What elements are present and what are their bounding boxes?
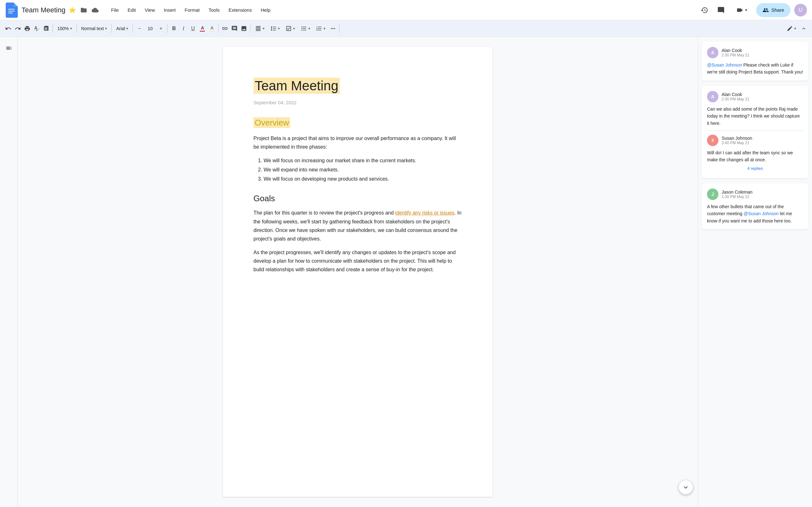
- comment-header-2: A Alan Cook 2:30 PM May 21: [707, 91, 803, 102]
- svg-rect-2: [8, 13, 13, 13]
- goals-heading: Goals: [253, 193, 462, 204]
- list-item: We will expand into new markets.: [264, 165, 462, 175]
- menu-extensions[interactable]: Extensions: [225, 5, 256, 14]
- comments-panel: A Alan Cook 2:30 PM May 21 @Susan Johnso…: [698, 37, 812, 507]
- menu-help[interactable]: Help: [257, 5, 274, 14]
- user-avatar[interactable]: U: [794, 4, 807, 16]
- list-item: We will focus on increasing our market s…: [264, 156, 462, 165]
- undo-button[interactable]: [4, 23, 13, 34]
- menu-insert[interactable]: Insert: [160, 5, 180, 14]
- goals-body-1: The plan for this quarter is to review t…: [253, 209, 462, 243]
- comment-card-1: A Alan Cook 2:30 PM May 21 @Susan Johnso…: [702, 42, 808, 81]
- history-button[interactable]: [698, 4, 711, 16]
- goals-text-before: The plan for this quarter is to review t…: [253, 210, 395, 216]
- redo-button[interactable]: [13, 23, 22, 34]
- divider-4: [133, 24, 133, 33]
- mention-3: @Susan Johnson: [744, 211, 779, 216]
- collapse-toolbar-button[interactable]: [799, 23, 808, 34]
- comment-author-1: Alan Cook: [722, 48, 749, 53]
- folder-icon[interactable]: [79, 6, 88, 14]
- reply-section: S Susan Johnson 3:40 PM May 21 Will do! …: [707, 135, 803, 164]
- mention-1: @Susan Johnson: [707, 62, 742, 67]
- comment-author-3: Jason Coleman: [722, 189, 752, 194]
- highlight-color-button[interactable]: A: [207, 23, 216, 34]
- link-button[interactable]: [220, 23, 229, 34]
- document-page: Team Meeting September 04, 2022 Overview…: [223, 47, 493, 497]
- comment-header-3: J Jason Coleman 1:30 PM May 22: [707, 188, 803, 200]
- reply-text: Will do! I can add after the team sync s…: [707, 149, 803, 164]
- line-spacing-dropdown[interactable]: ▾: [268, 23, 282, 34]
- numbered-list-dropdown[interactable]: ▾: [313, 23, 328, 34]
- comment-card-2: A Alan Cook 2:30 PM May 21 Can we also a…: [702, 86, 808, 178]
- menu-edit[interactable]: Edit: [124, 5, 140, 14]
- text-color-button[interactable]: A: [198, 23, 207, 34]
- edit-mode-dropdown[interactable]: ▾: [784, 23, 799, 34]
- document-area: Team Meeting September 04, 2022 Overview…: [18, 37, 698, 507]
- zoom-dropdown[interactable]: 100% ▾: [55, 23, 74, 34]
- document-title-text: Team Meeting: [253, 78, 340, 94]
- list-item: We will focus on developing new products…: [264, 175, 462, 184]
- reply-avatar: S: [707, 135, 718, 146]
- overview-heading: Overview: [253, 117, 290, 128]
- replies-divider: [707, 130, 803, 131]
- comment-text-1: @Susan Johnson Please check with Luke if…: [707, 61, 803, 76]
- font-dropdown[interactable]: Arial ▾: [113, 23, 131, 34]
- share-label: Share: [771, 7, 784, 13]
- outline-toggle-button[interactable]: [3, 42, 15, 55]
- scroll-down-button[interactable]: [679, 481, 693, 494]
- comment-time-2: 2:30 PM May 21: [722, 97, 749, 101]
- style-dropdown[interactable]: Normal text ▾: [79, 23, 110, 34]
- reply-time: 3:40 PM May 21: [722, 141, 752, 145]
- paint-format-button[interactable]: [42, 23, 51, 34]
- goals-body-2: As the project progresses, we'll identif…: [253, 248, 462, 274]
- font-size-increase-button[interactable]: +: [156, 23, 165, 34]
- more-options-button[interactable]: [328, 23, 338, 34]
- comment-card-3: J Jason Coleman 1:30 PM May 22 A few oth…: [702, 183, 808, 229]
- checklist-dropdown[interactable]: ▾: [283, 23, 298, 34]
- divider-3: [111, 24, 112, 33]
- sidebar-toggle: [0, 37, 18, 507]
- title-icons: ⭐: [68, 6, 100, 14]
- comment-avatar-1: A: [707, 47, 718, 58]
- overview-list: We will focus on increasing our market s…: [264, 156, 462, 183]
- bold-button[interactable]: B: [169, 23, 178, 34]
- bullet-list-dropdown[interactable]: ▾: [298, 23, 313, 34]
- overview-body: Project Beta is a project that aims to i…: [253, 134, 462, 151]
- print-button[interactable]: [23, 23, 32, 34]
- underline-button[interactable]: U: [189, 23, 197, 34]
- font-size-display[interactable]: 10: [144, 26, 156, 31]
- insert-comment-button[interactable]: [230, 23, 239, 34]
- title-bar: Team Meeting ⭐ File Edit View Insert For…: [0, 0, 812, 20]
- menu-file[interactable]: File: [107, 5, 122, 14]
- share-button[interactable]: Share: [756, 3, 791, 17]
- insert-image-button[interactable]: [240, 23, 248, 34]
- comment-time-1: 2:30 PM May 21: [722, 53, 749, 57]
- divider-5: [167, 24, 167, 33]
- divider-1: [53, 24, 53, 33]
- reply-header: S Susan Johnson 3:40 PM May 21: [707, 135, 803, 146]
- star-icon[interactable]: ⭐: [68, 6, 77, 14]
- italic-button[interactable]: I: [179, 23, 188, 34]
- divider-7: [250, 24, 251, 33]
- comment-time-3: 1:30 PM May 22: [722, 194, 752, 199]
- right-controls: ▾ Share U: [698, 3, 807, 17]
- meet-button[interactable]: ▾: [731, 4, 752, 16]
- goals-highlight: identify any risks or issues: [395, 210, 455, 216]
- menu-view[interactable]: View: [141, 5, 159, 14]
- replies-count[interactable]: 4 replies: [707, 166, 803, 171]
- comment-avatar-3: J: [707, 188, 718, 200]
- font-size-decrease-button[interactable]: −: [135, 23, 144, 34]
- comment-text-3: A few other bullets that came out of the…: [707, 203, 803, 224]
- menu-tools[interactable]: Tools: [205, 5, 223, 14]
- spellcheck-button[interactable]: [32, 23, 41, 34]
- cloud-icon[interactable]: [91, 6, 100, 14]
- menu-bar: File Edit View Insert Format Tools Exten…: [107, 5, 698, 14]
- toolbar: 100% ▾ Normal text ▾ Arial ▾ − 10 + B I …: [0, 20, 812, 37]
- comments-button[interactable]: [715, 4, 727, 16]
- menu-format[interactable]: Format: [181, 5, 204, 14]
- comment-avatar-2: A: [707, 91, 718, 102]
- comment-header-1: A Alan Cook 2:30 PM May 21: [707, 47, 803, 58]
- divider-6: [218, 24, 218, 33]
- app-icon: [5, 3, 18, 18]
- alignment-dropdown[interactable]: ▾: [252, 23, 267, 34]
